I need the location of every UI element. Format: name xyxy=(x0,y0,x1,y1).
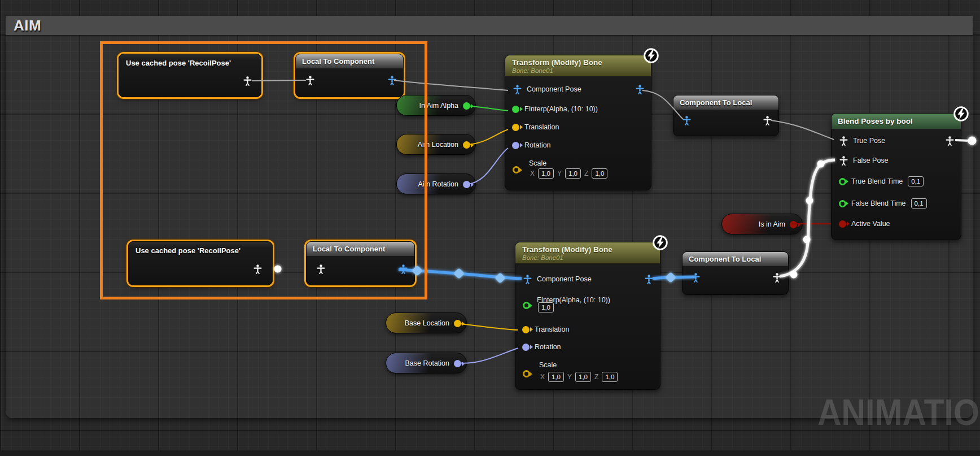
pin-label: Translation xyxy=(535,325,569,333)
node-header: Local To Component xyxy=(296,54,403,68)
float-pin-icon[interactable] xyxy=(512,106,519,113)
vector-pin-icon[interactable] xyxy=(512,124,519,131)
graph-type-watermark: ANIMATION xyxy=(817,394,980,431)
vector-pin-icon[interactable] xyxy=(522,326,530,333)
pill-label: In Aim Alpha xyxy=(419,102,459,110)
pin-row-component-pose: Component Pose xyxy=(523,273,592,285)
axis-y-label: Y xyxy=(557,170,562,177)
rotator-pin-icon[interactable] xyxy=(522,344,530,351)
canvas-bottom-strip xyxy=(0,450,980,456)
pose-input-pin[interactable] xyxy=(317,264,325,274)
node-title: Local To Component xyxy=(313,245,385,253)
node-component-to-local-bottom[interactable]: Component To Local xyxy=(682,251,789,295)
scale-x-input[interactable]: 1,0 xyxy=(548,372,564,382)
pose-input-pin[interactable] xyxy=(839,156,848,166)
node-use-cached-pose-bottom[interactable]: Use cached pose 'RecoilPose' xyxy=(128,241,273,285)
node-title: Transform (Modify) Bone xyxy=(512,58,644,67)
bool-pin-icon[interactable] xyxy=(839,220,846,228)
pin-row-rotation: Rotation xyxy=(522,341,561,353)
scale-y-input[interactable]: 1,0 xyxy=(575,372,591,382)
pin-row-scale-label: Scale xyxy=(539,359,557,371)
pill-label: Aim Location xyxy=(418,141,458,149)
node-header: Transform (Modify) Bone Bone: Bone01 xyxy=(515,242,660,263)
scale-y-input[interactable]: 1,0 xyxy=(565,168,581,179)
bool-pin-icon[interactable] xyxy=(790,221,797,228)
pose-input-pin[interactable] xyxy=(306,76,314,85)
component-pose-output-pin[interactable] xyxy=(645,275,653,284)
node-header: Component To Local xyxy=(673,95,778,110)
axis-z-label: Z xyxy=(594,373,598,381)
component-pose-output-pin[interactable] xyxy=(636,85,644,94)
pill-in-aim-alpha[interactable]: In Aim Alpha xyxy=(396,95,476,116)
true-blend-time-input[interactable]: 0,1 xyxy=(908,176,924,186)
pose-output-pin[interactable] xyxy=(773,273,781,283)
axis-z-label: Z xyxy=(584,170,588,177)
rotator-pin-icon[interactable] xyxy=(463,181,470,188)
float-pin-icon[interactable] xyxy=(839,178,846,185)
node-subtitle: Bone: Bone01 xyxy=(522,254,653,261)
component-pose-input-pin[interactable] xyxy=(692,273,700,283)
node-title: Use cached pose 'RecoilPose' xyxy=(129,242,272,255)
node-header: Transform (Modify) Bone Bone: Bone01 xyxy=(505,55,651,76)
rotator-pin-icon[interactable] xyxy=(454,360,461,367)
node-title: Component To Local xyxy=(689,255,761,263)
comment-box-header[interactable]: AIM xyxy=(6,16,973,35)
pin-row-rotation: Rotation xyxy=(512,140,551,151)
pin-label: Active Value xyxy=(851,220,890,228)
false-blend-time-input[interactable]: 0,1 xyxy=(911,198,927,209)
component-pose-input-pin[interactable] xyxy=(513,85,522,94)
pose-output-pin[interactable] xyxy=(763,116,772,125)
float-pin-icon[interactable] xyxy=(523,302,530,309)
node-local-to-component-bottom[interactable]: Local To Component xyxy=(306,241,415,285)
axis-x-label: X xyxy=(540,373,545,381)
pill-aim-location[interactable]: Aim Location xyxy=(396,134,476,155)
vector-pin-icon[interactable] xyxy=(454,320,461,327)
float-pin-icon[interactable] xyxy=(463,102,470,110)
component-pose-input-pin[interactable] xyxy=(683,116,691,125)
pin-label: False Blend Time xyxy=(851,199,906,207)
node-blend-poses-by-bool[interactable]: Blend Poses by bool True Pose False Pose… xyxy=(831,113,961,240)
graph-canvas[interactable]: AIM ANIMATION Use cached pose 'RecoilPos… xyxy=(0,0,980,456)
pin-label: Rotation xyxy=(535,343,561,351)
scale-z-input[interactable]: 1,0 xyxy=(592,168,607,179)
pose-input-pin[interactable] xyxy=(839,136,848,146)
component-pose-output-pin[interactable] xyxy=(399,264,408,274)
finterp-alpha-input[interactable]: 1,0 xyxy=(538,302,554,312)
rotator-pin-icon[interactable] xyxy=(512,142,519,149)
node-local-to-component-top[interactable]: Local To Component xyxy=(295,54,404,97)
node-title: Component To Local xyxy=(680,98,752,107)
pill-base-rotation[interactable]: Base Rotation xyxy=(386,353,467,374)
component-pose-input-pin[interactable] xyxy=(523,275,532,284)
pin-row-scale-label: Scale xyxy=(529,158,546,169)
pin-row-false-blend-time: False Blend Time 0,1 xyxy=(839,198,927,209)
node-transform-modify-bone-top[interactable]: Transform (Modify) Bone Bone: Bone01 Com… xyxy=(505,55,651,190)
node-header: Local To Component xyxy=(307,242,414,256)
fast-path-lightning-icon xyxy=(644,48,659,63)
pose-output-pin[interactable] xyxy=(946,136,954,146)
node-use-cached-pose-top[interactable]: Use cached pose 'RecoilPose' xyxy=(119,54,261,97)
float-pin-icon[interactable] xyxy=(839,200,846,207)
pin-label: Scale xyxy=(529,159,546,167)
node-header: Blend Poses by bool xyxy=(832,114,961,129)
vector-pin-icon[interactable] xyxy=(523,370,530,377)
pill-is-in-aim[interactable]: Is in Aim xyxy=(721,214,803,234)
pin-label: Scale xyxy=(539,361,557,369)
pin-row-true-pose: True Pose xyxy=(839,135,885,146)
node-transform-modify-bone-bottom[interactable]: Transform (Modify) Bone Bone: Bone01 Com… xyxy=(515,242,660,390)
scale-x-input[interactable]: 1,0 xyxy=(538,168,554,179)
pill-base-location[interactable]: Base Location xyxy=(386,312,467,333)
pin-label: Component Pose xyxy=(537,275,592,283)
vector-pin-icon[interactable] xyxy=(513,166,520,173)
pill-label: Is in Aim xyxy=(759,220,785,228)
pose-output-pin[interactable] xyxy=(253,264,262,274)
component-pose-output-pin[interactable] xyxy=(388,76,396,85)
node-title: Blend Poses by bool xyxy=(838,117,913,125)
axis-y-label: Y xyxy=(567,373,572,381)
node-title: Use cached pose 'RecoilPose' xyxy=(119,54,261,67)
pill-aim-rotation[interactable]: Aim Rotation xyxy=(396,173,476,194)
vector-pin-icon[interactable] xyxy=(463,141,470,149)
pin-row-active-value: Active Value xyxy=(839,218,890,229)
pose-output-pin[interactable] xyxy=(243,76,252,86)
node-component-to-local-top[interactable]: Component To Local xyxy=(673,95,779,136)
scale-z-input[interactable]: 1,0 xyxy=(602,372,618,382)
